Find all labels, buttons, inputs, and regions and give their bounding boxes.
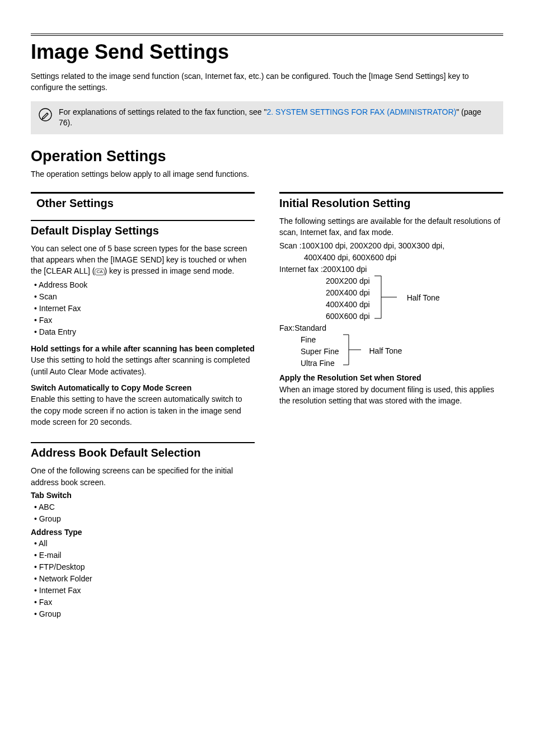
list-item: FTP/Desktop [34, 561, 255, 573]
default-display-body: You can select one of 5 base screen type… [31, 243, 255, 277]
address-book-heading: Address Book Default Selection [31, 447, 255, 459]
title-rule [31, 34, 503, 36]
initial-resolution-body: The following settings are available for… [279, 215, 503, 238]
list-item: Scan [34, 291, 255, 303]
section-heading: Operation Settings [31, 148, 503, 165]
bracket-icon [339, 332, 366, 368]
rule [31, 442, 255, 443]
note-link[interactable]: 2. SYSTEM SETTINGS FOR FAX (ADMINISTRATO… [267, 107, 457, 116]
list-item: All [34, 538, 255, 550]
list-item: Internet Fax [34, 303, 255, 314]
pencil-icon [39, 108, 52, 125]
apply-body: When an image stored by document filing … [279, 384, 503, 407]
left-column: Other Settings Default Display Settings … [31, 192, 255, 635]
halftone-label: Half Tone [404, 292, 440, 304]
list-item: Data Entry [34, 326, 255, 338]
other-settings-heading: Other Settings [31, 197, 255, 210]
list-item: Address Book [34, 279, 255, 291]
halftone-label: Half Tone [366, 345, 402, 357]
address-book-body: One of the following screens can be spec… [31, 465, 255, 488]
rule [31, 192, 255, 194]
list-item: Group [34, 608, 255, 620]
list-item: Internet Fax [34, 585, 255, 597]
section-subtext: The operation settings below apply to al… [31, 170, 503, 179]
page-title: Image Send Settings [31, 40, 503, 64]
rule [279, 192, 503, 194]
note-prefix: For explanations of settings related to … [59, 107, 267, 116]
switch-body: Enable this setting to have the screen a… [31, 393, 255, 428]
note-box: For explanations of settings related to … [31, 101, 503, 134]
apply-heading: Apply the Resolution Set when Stored [279, 373, 503, 384]
list-item: Network Folder [34, 573, 255, 585]
default-display-bullets: Address BookScanInternet FaxFaxData Entr… [31, 279, 255, 338]
list-item: E-mail [34, 550, 255, 561]
address-type-bullets: AllE-mailFTP/DesktopNetwork FolderIntern… [31, 538, 255, 620]
hold-body: Use this setting to hold the settings af… [31, 354, 255, 377]
svg-line-1 [47, 113, 48, 114]
initial-resolution-heading: Initial Resolution Setting [279, 197, 503, 210]
list-item: Fax [34, 314, 255, 326]
address-type-heading: Address Type [31, 527, 255, 538]
list-item: Group [34, 513, 255, 525]
tab-switch-bullets: ABCGroup [31, 501, 255, 525]
right-column: Initial Resolution Setting The following… [279, 192, 503, 635]
hold-heading: Hold settings for a while after scanning… [31, 344, 255, 355]
default-display-heading: Default Display Settings [31, 224, 255, 237]
list-item: ABC [34, 501, 255, 513]
bracket-icon [370, 274, 404, 322]
resolution-fax: Fax: Standard Fine Super Fine Ultra Fine… [279, 322, 503, 369]
tab-switch-heading: Tab Switch [31, 490, 255, 501]
intro-paragraph: Settings related to the image send funct… [31, 71, 503, 93]
clear-all-key-icon: CA [95, 269, 104, 275]
note-text: For explanations of settings related to … [59, 107, 495, 129]
list-item: Fax [34, 597, 255, 608]
resolution-scan: Scan : 100X100 dpi, 200X200 dpi, 300X300… [279, 240, 503, 264]
rule [31, 220, 255, 221]
resolution-ifax: Internet fax : 200X100 dpi 200X200 dpi 2… [279, 264, 503, 322]
switch-heading: Switch Automatically to Copy Mode Screen [31, 383, 255, 394]
